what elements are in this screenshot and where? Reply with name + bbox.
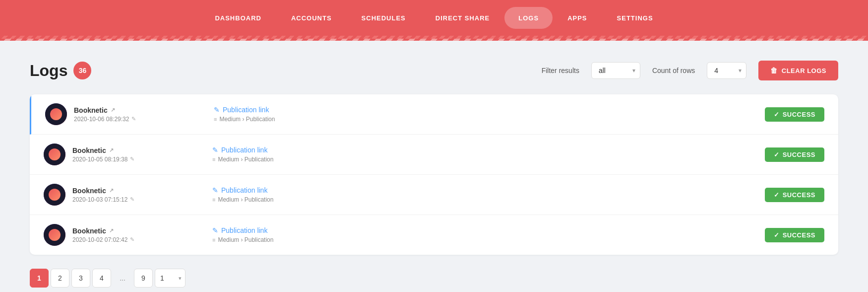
header-row: Logs 36 Filter results allsuccesserror C… <box>30 61 838 80</box>
col-link: ✎ Publication link ≡ Medium › Publicatio… <box>212 186 745 203</box>
nav-item-schedules[interactable]: SCHEDULES <box>347 0 421 36</box>
col-link: ✎ Publication link ≡ Medium › Publicatio… <box>212 146 745 163</box>
external-link-icon[interactable]: ↗ <box>111 107 115 113</box>
col-status: ✓ SUCCESS <box>745 147 824 162</box>
account-info: Booknetic ↗ 2020-10-06 08:29:32 ✎ <box>74 106 136 123</box>
path-icon: ≡ <box>212 197 215 203</box>
col-status: ✓ SUCCESS <box>745 107 824 122</box>
filter-select-wrapper[interactable]: allsuccesserror <box>591 62 640 79</box>
trash-icon: 🗑 <box>770 67 778 74</box>
table-row: Booknetic ↗ 2020-10-03 07:15:12 ✎ ✎ Publ… <box>30 175 838 215</box>
clear-logs-label: CLEAR LOGS <box>782 67 826 74</box>
table-row: Booknetic ↗ 2020-10-06 08:29:32 ✎ ✎ Publ… <box>30 94 838 135</box>
account-name: Booknetic ↗ <box>74 106 136 114</box>
rows-select[interactable]: 4102550 <box>707 62 746 79</box>
edit-icon[interactable]: ✎ <box>130 236 134 243</box>
nav-item-logs[interactable]: LOGS <box>504 7 553 29</box>
avatar-booknetic <box>44 144 65 165</box>
status-badge: ✓ SUCCESS <box>765 147 824 162</box>
external-link-icon[interactable]: ↗ <box>109 187 114 194</box>
path-icon: ≡ <box>214 116 217 122</box>
status-text: SUCCESS <box>783 111 815 118</box>
status-badge: ✓ SUCCESS <box>765 188 824 202</box>
col-link: ✎ Publication link ≡ Medium › Publicatio… <box>214 106 745 123</box>
avatar-booknetic <box>44 224 65 246</box>
avatar <box>44 184 65 206</box>
external-link-icon[interactable]: ↗ <box>109 227 114 234</box>
nav-item-direct-share[interactable]: DIRECT SHARE <box>421 0 505 36</box>
check-icon: ✓ <box>774 191 780 199</box>
nav-item-settings[interactable]: SETTINGS <box>602 0 668 36</box>
filter-select[interactable]: allsuccesserror <box>591 62 640 79</box>
pub-path: ≡ Medium › Publication <box>212 156 745 163</box>
col-account: Booknetic ↗ 2020-10-06 08:29:32 ✎ <box>45 103 214 125</box>
publication-link[interactable]: ✎ Publication link <box>212 186 745 194</box>
page-title-text: Logs <box>30 62 67 80</box>
page-ellipsis: ... <box>113 269 132 288</box>
pub-path: ≡ Medium › Publication <box>214 116 745 123</box>
page-btn-3[interactable]: 3 <box>71 269 90 288</box>
avatar <box>45 103 67 125</box>
status-text: SUCCESS <box>783 231 815 239</box>
external-link-icon[interactable]: ↗ <box>109 147 114 153</box>
rows-select-wrapper[interactable]: 4102550 <box>707 62 746 79</box>
page-btn-2[interactable]: 2 <box>51 269 69 288</box>
nav-item-accounts[interactable]: ACCOUNTS <box>276 0 347 36</box>
pub-link-icon: ✎ <box>212 186 218 194</box>
publication-link[interactable]: ✎ Publication link <box>214 106 745 114</box>
account-date: 2020-10-05 08:19:38 ✎ <box>72 156 134 163</box>
col-link: ✎ Publication link ≡ Medium › Publicatio… <box>212 226 745 243</box>
clear-logs-button[interactable]: 🗑 CLEAR LOGS <box>758 61 838 80</box>
page-btn-1[interactable]: 1 <box>30 269 49 288</box>
edit-icon[interactable]: ✎ <box>130 156 134 162</box>
page-select[interactable]: 123456789 <box>155 269 186 288</box>
header-controls: Filter results allsuccesserror Count of … <box>542 61 838 80</box>
check-icon: ✓ <box>774 111 780 118</box>
table-row: Booknetic ↗ 2020-10-05 08:19:38 ✎ ✎ Publ… <box>30 135 838 175</box>
col-account: Booknetic ↗ 2020-10-03 07:15:12 ✎ <box>44 184 212 206</box>
account-date: 2020-10-03 07:15:12 ✎ <box>72 196 134 203</box>
table-row: Booknetic ↗ 2020-10-02 07:02:42 ✎ ✎ Publ… <box>30 215 838 255</box>
edit-icon[interactable]: ✎ <box>131 116 136 122</box>
path-icon: ≡ <box>212 237 215 243</box>
check-icon: ✓ <box>774 151 780 158</box>
nav-wrapper: DASHBOARDACCOUNTSSCHEDULESDIRECT SHARELO… <box>200 0 668 36</box>
account-date: 2020-10-02 07:02:42 ✎ <box>72 236 134 243</box>
nav-item-dashboard[interactable]: DASHBOARD <box>200 0 276 36</box>
edit-icon[interactable]: ✎ <box>130 196 134 203</box>
account-info: Booknetic ↗ 2020-10-05 08:19:38 ✎ <box>72 146 134 163</box>
pub-path: ≡ Medium › Publication <box>212 196 745 203</box>
count-badge: 36 <box>73 62 91 79</box>
pub-path: ≡ Medium › Publication <box>212 236 745 243</box>
account-name: Booknetic ↗ <box>72 227 134 235</box>
pub-link-icon: ✎ <box>212 226 218 234</box>
main-content: Logs 36 Filter results allsuccesserror C… <box>0 41 868 292</box>
filter-label: Filter results <box>542 67 579 74</box>
status-text: SUCCESS <box>783 191 815 199</box>
publication-link[interactable]: ✎ Publication link <box>212 146 745 154</box>
page-btn-4[interactable]: 4 <box>92 269 111 288</box>
account-info: Booknetic ↗ 2020-10-02 07:02:42 ✎ <box>72 227 134 243</box>
check-icon: ✓ <box>774 231 780 239</box>
col-account: Booknetic ↗ 2020-10-02 07:02:42 ✎ <box>44 224 212 246</box>
rows-label: Count of rows <box>652 67 695 74</box>
col-status: ✓ SUCCESS <box>745 228 824 242</box>
status-text: SUCCESS <box>783 151 815 158</box>
publication-link[interactable]: ✎ Publication link <box>212 226 745 234</box>
col-account: Booknetic ↗ 2020-10-05 08:19:38 ✎ <box>44 144 212 165</box>
pub-link-icon: ✎ <box>212 146 218 154</box>
pagination: 1234...9123456789 <box>30 269 838 288</box>
account-date: 2020-10-06 08:29:32 ✎ <box>74 116 136 123</box>
status-badge: ✓ SUCCESS <box>765 107 824 122</box>
account-name: Booknetic ↗ <box>72 146 134 154</box>
status-badge: ✓ SUCCESS <box>765 228 824 242</box>
avatar <box>44 224 65 246</box>
pub-link-icon: ✎ <box>214 106 220 114</box>
col-status: ✓ SUCCESS <box>745 188 824 202</box>
navbar: DASHBOARDACCOUNTSSCHEDULESDIRECT SHARELO… <box>0 0 868 36</box>
page-select-wrapper[interactable]: 123456789 <box>155 269 186 288</box>
nav-item-apps[interactable]: APPS <box>553 0 602 36</box>
log-table: Booknetic ↗ 2020-10-06 08:29:32 ✎ ✎ Publ… <box>30 94 838 255</box>
page-btn-9[interactable]: 9 <box>134 269 153 288</box>
account-info: Booknetic ↗ 2020-10-03 07:15:12 ✎ <box>72 187 134 203</box>
